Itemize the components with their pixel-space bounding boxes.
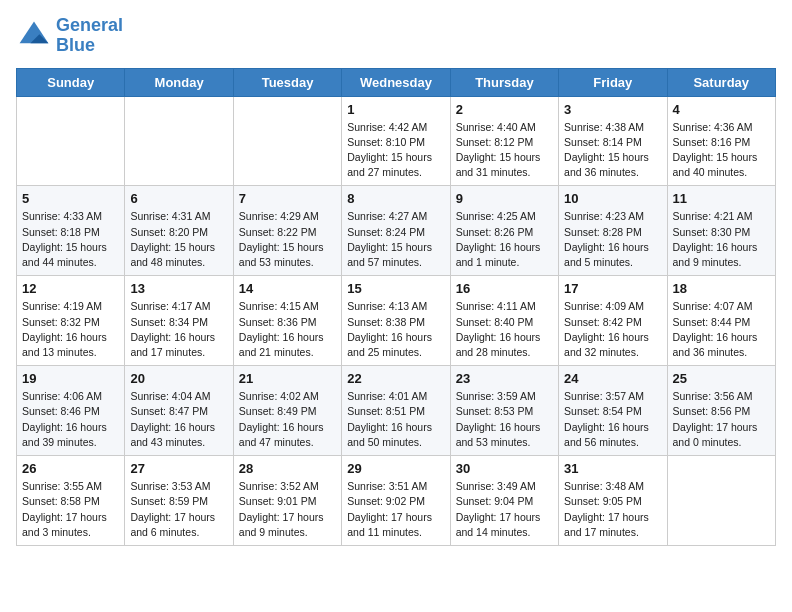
- calendar-header-thursday: Thursday: [450, 68, 558, 96]
- calendar-day-cell: 11Sunrise: 4:21 AM Sunset: 8:30 PM Dayli…: [667, 186, 775, 276]
- day-number: 7: [239, 191, 336, 206]
- day-number: 15: [347, 281, 444, 296]
- day-info: Sunrise: 4:42 AM Sunset: 8:10 PM Dayligh…: [347, 120, 444, 181]
- day-info: Sunrise: 4:38 AM Sunset: 8:14 PM Dayligh…: [564, 120, 661, 181]
- day-info: Sunrise: 4:13 AM Sunset: 8:38 PM Dayligh…: [347, 299, 444, 360]
- day-number: 13: [130, 281, 227, 296]
- day-info: Sunrise: 4:02 AM Sunset: 8:49 PM Dayligh…: [239, 389, 336, 450]
- calendar-table: SundayMondayTuesdayWednesdayThursdayFrid…: [16, 68, 776, 546]
- day-info: Sunrise: 4:06 AM Sunset: 8:46 PM Dayligh…: [22, 389, 119, 450]
- day-info: Sunrise: 4:17 AM Sunset: 8:34 PM Dayligh…: [130, 299, 227, 360]
- day-number: 4: [673, 102, 770, 117]
- calendar-header-sunday: Sunday: [17, 68, 125, 96]
- logo-icon: [16, 18, 52, 54]
- logo-text: General Blue: [56, 16, 123, 56]
- day-number: 27: [130, 461, 227, 476]
- day-number: 23: [456, 371, 553, 386]
- day-info: Sunrise: 4:15 AM Sunset: 8:36 PM Dayligh…: [239, 299, 336, 360]
- day-info: Sunrise: 4:11 AM Sunset: 8:40 PM Dayligh…: [456, 299, 553, 360]
- day-info: Sunrise: 3:49 AM Sunset: 9:04 PM Dayligh…: [456, 479, 553, 540]
- calendar-header-wednesday: Wednesday: [342, 68, 450, 96]
- calendar-day-cell: 21Sunrise: 4:02 AM Sunset: 8:49 PM Dayli…: [233, 366, 341, 456]
- day-number: 2: [456, 102, 553, 117]
- calendar-day-cell: 28Sunrise: 3:52 AM Sunset: 9:01 PM Dayli…: [233, 456, 341, 546]
- day-info: Sunrise: 4:29 AM Sunset: 8:22 PM Dayligh…: [239, 209, 336, 270]
- day-number: 20: [130, 371, 227, 386]
- day-number: 8: [347, 191, 444, 206]
- logo: General Blue: [16, 16, 123, 56]
- calendar-day-cell: 4Sunrise: 4:36 AM Sunset: 8:16 PM Daylig…: [667, 96, 775, 186]
- day-info: Sunrise: 4:19 AM Sunset: 8:32 PM Dayligh…: [22, 299, 119, 360]
- calendar-header-friday: Friday: [559, 68, 667, 96]
- day-info: Sunrise: 4:01 AM Sunset: 8:51 PM Dayligh…: [347, 389, 444, 450]
- calendar-day-cell: 2Sunrise: 4:40 AM Sunset: 8:12 PM Daylig…: [450, 96, 558, 186]
- day-number: 18: [673, 281, 770, 296]
- calendar-day-cell: 22Sunrise: 4:01 AM Sunset: 8:51 PM Dayli…: [342, 366, 450, 456]
- day-number: 22: [347, 371, 444, 386]
- day-number: 6: [130, 191, 227, 206]
- calendar-week-row: 1Sunrise: 4:42 AM Sunset: 8:10 PM Daylig…: [17, 96, 776, 186]
- calendar-day-cell: [17, 96, 125, 186]
- calendar-day-cell: 1Sunrise: 4:42 AM Sunset: 8:10 PM Daylig…: [342, 96, 450, 186]
- day-info: Sunrise: 4:33 AM Sunset: 8:18 PM Dayligh…: [22, 209, 119, 270]
- day-number: 17: [564, 281, 661, 296]
- calendar-day-cell: 20Sunrise: 4:04 AM Sunset: 8:47 PM Dayli…: [125, 366, 233, 456]
- day-number: 31: [564, 461, 661, 476]
- day-info: Sunrise: 4:36 AM Sunset: 8:16 PM Dayligh…: [673, 120, 770, 181]
- page-header: General Blue: [16, 16, 776, 56]
- day-number: 3: [564, 102, 661, 117]
- day-number: 12: [22, 281, 119, 296]
- calendar-day-cell: 26Sunrise: 3:55 AM Sunset: 8:58 PM Dayli…: [17, 456, 125, 546]
- calendar-day-cell: [233, 96, 341, 186]
- calendar-week-row: 26Sunrise: 3:55 AM Sunset: 8:58 PM Dayli…: [17, 456, 776, 546]
- calendar-day-cell: 12Sunrise: 4:19 AM Sunset: 8:32 PM Dayli…: [17, 276, 125, 366]
- calendar-day-cell: 18Sunrise: 4:07 AM Sunset: 8:44 PM Dayli…: [667, 276, 775, 366]
- calendar-week-row: 12Sunrise: 4:19 AM Sunset: 8:32 PM Dayli…: [17, 276, 776, 366]
- calendar-day-cell: 8Sunrise: 4:27 AM Sunset: 8:24 PM Daylig…: [342, 186, 450, 276]
- calendar-day-cell: 29Sunrise: 3:51 AM Sunset: 9:02 PM Dayli…: [342, 456, 450, 546]
- day-number: 16: [456, 281, 553, 296]
- calendar-day-cell: 31Sunrise: 3:48 AM Sunset: 9:05 PM Dayli…: [559, 456, 667, 546]
- day-number: 25: [673, 371, 770, 386]
- day-info: Sunrise: 4:23 AM Sunset: 8:28 PM Dayligh…: [564, 209, 661, 270]
- day-info: Sunrise: 3:52 AM Sunset: 9:01 PM Dayligh…: [239, 479, 336, 540]
- calendar-day-cell: 3Sunrise: 4:38 AM Sunset: 8:14 PM Daylig…: [559, 96, 667, 186]
- calendar-day-cell: 24Sunrise: 3:57 AM Sunset: 8:54 PM Dayli…: [559, 366, 667, 456]
- day-info: Sunrise: 3:53 AM Sunset: 8:59 PM Dayligh…: [130, 479, 227, 540]
- day-number: 28: [239, 461, 336, 476]
- day-number: 14: [239, 281, 336, 296]
- day-info: Sunrise: 3:57 AM Sunset: 8:54 PM Dayligh…: [564, 389, 661, 450]
- calendar-week-row: 5Sunrise: 4:33 AM Sunset: 8:18 PM Daylig…: [17, 186, 776, 276]
- day-number: 30: [456, 461, 553, 476]
- calendar-header-row: SundayMondayTuesdayWednesdayThursdayFrid…: [17, 68, 776, 96]
- calendar-day-cell: 7Sunrise: 4:29 AM Sunset: 8:22 PM Daylig…: [233, 186, 341, 276]
- day-info: Sunrise: 3:48 AM Sunset: 9:05 PM Dayligh…: [564, 479, 661, 540]
- day-info: Sunrise: 3:55 AM Sunset: 8:58 PM Dayligh…: [22, 479, 119, 540]
- calendar-day-cell: 14Sunrise: 4:15 AM Sunset: 8:36 PM Dayli…: [233, 276, 341, 366]
- day-info: Sunrise: 4:25 AM Sunset: 8:26 PM Dayligh…: [456, 209, 553, 270]
- calendar-day-cell: 6Sunrise: 4:31 AM Sunset: 8:20 PM Daylig…: [125, 186, 233, 276]
- calendar-day-cell: 25Sunrise: 3:56 AM Sunset: 8:56 PM Dayli…: [667, 366, 775, 456]
- day-number: 9: [456, 191, 553, 206]
- day-number: 1: [347, 102, 444, 117]
- day-number: 10: [564, 191, 661, 206]
- calendar-day-cell: 9Sunrise: 4:25 AM Sunset: 8:26 PM Daylig…: [450, 186, 558, 276]
- day-info: Sunrise: 3:59 AM Sunset: 8:53 PM Dayligh…: [456, 389, 553, 450]
- day-info: Sunrise: 3:56 AM Sunset: 8:56 PM Dayligh…: [673, 389, 770, 450]
- day-number: 19: [22, 371, 119, 386]
- calendar-day-cell: [125, 96, 233, 186]
- day-info: Sunrise: 4:40 AM Sunset: 8:12 PM Dayligh…: [456, 120, 553, 181]
- day-number: 26: [22, 461, 119, 476]
- day-info: Sunrise: 4:09 AM Sunset: 8:42 PM Dayligh…: [564, 299, 661, 360]
- calendar-day-cell: 5Sunrise: 4:33 AM Sunset: 8:18 PM Daylig…: [17, 186, 125, 276]
- calendar-day-cell: 16Sunrise: 4:11 AM Sunset: 8:40 PM Dayli…: [450, 276, 558, 366]
- calendar-day-cell: 19Sunrise: 4:06 AM Sunset: 8:46 PM Dayli…: [17, 366, 125, 456]
- day-number: 5: [22, 191, 119, 206]
- calendar-week-row: 19Sunrise: 4:06 AM Sunset: 8:46 PM Dayli…: [17, 366, 776, 456]
- calendar-day-cell: 10Sunrise: 4:23 AM Sunset: 8:28 PM Dayli…: [559, 186, 667, 276]
- day-info: Sunrise: 4:07 AM Sunset: 8:44 PM Dayligh…: [673, 299, 770, 360]
- day-info: Sunrise: 4:27 AM Sunset: 8:24 PM Dayligh…: [347, 209, 444, 270]
- calendar-header-saturday: Saturday: [667, 68, 775, 96]
- calendar-day-cell: 15Sunrise: 4:13 AM Sunset: 8:38 PM Dayli…: [342, 276, 450, 366]
- day-number: 11: [673, 191, 770, 206]
